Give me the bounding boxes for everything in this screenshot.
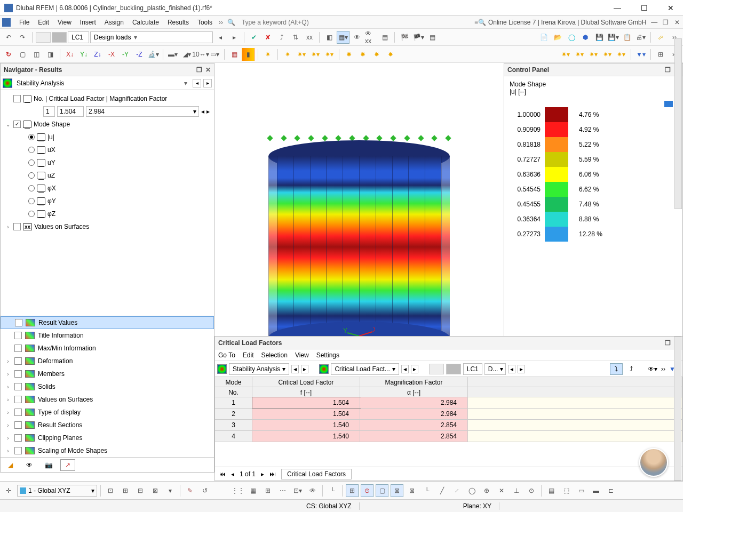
tool-cross-icon[interactable]: ✘: [261, 31, 274, 44]
checkbox[interactable]: [14, 434, 22, 442]
close-button[interactable]: ✕: [663, 4, 679, 12]
tool2-refresh-icon[interactable]: ↻: [2, 48, 15, 61]
cp-detach-icon[interactable]: ❐: [665, 66, 671, 74]
tool-eye-icon[interactable]: 👁: [351, 31, 363, 44]
tool2-box3-icon[interactable]: ◨: [44, 48, 57, 61]
cell-a[interactable]: 2.984: [360, 409, 468, 419]
clf-next1[interactable]: ▸: [301, 365, 308, 373]
menu-assign[interactable]: Assign: [100, 19, 128, 26]
expand-icon[interactable]: ›: [5, 371, 11, 377]
tool-cube-icon[interactable]: ⬢: [579, 31, 592, 44]
tool2-y-icon[interactable]: Y↓: [77, 48, 90, 61]
tool2-grad-icon[interactable]: ▮: [242, 48, 255, 61]
checkbox[interactable]: [14, 383, 22, 390]
checkbox[interactable]: [14, 345, 22, 352]
tool2-s8-icon[interactable]: ✸: [370, 48, 383, 61]
clf-tab[interactable]: Critical Load Factors: [281, 469, 352, 479]
radio[interactable]: [28, 134, 35, 140]
page-prev-icon[interactable]: ◂: [231, 470, 234, 478]
menu-edit[interactable]: Edit: [34, 19, 53, 26]
clf-menu-settings[interactable]: Settings: [316, 351, 339, 359]
navigator-close-icon[interactable]: ✕: [205, 66, 211, 74]
nav-bottom-item[interactable]: ›Values on Surfaces: [1, 393, 214, 406]
th-a[interactable]: Magnification Factor: [360, 377, 468, 387]
table-row[interactable]: 31.5402.854: [215, 420, 682, 431]
clf-next3[interactable]: ▸: [518, 365, 525, 373]
nav-tab-2[interactable]: 👁: [22, 459, 37, 471]
expand-icon[interactable]: ›: [5, 397, 11, 403]
bt-16[interactable]: ▭: [575, 484, 587, 497]
checkbox[interactable]: [14, 409, 22, 416]
checkbox[interactable]: [14, 332, 22, 339]
loadcase-code-combo[interactable]: LC1: [68, 31, 89, 43]
clf-menu-goto[interactable]: Go To: [218, 351, 235, 359]
bt-snap-rect[interactable]: ▢: [376, 484, 388, 497]
tool-cloud-icon[interactable]: ◯: [565, 31, 578, 44]
clf-menu-view[interactable]: View: [295, 351, 309, 359]
tool2-star5-icon[interactable]: ✷▾: [323, 48, 336, 61]
bt-snap-g[interactable]: ✕: [495, 484, 508, 497]
table-row[interactable]: 41.5402.854: [215, 431, 682, 442]
color-swatch-2[interactable]: [52, 32, 67, 43]
menu-tools[interactable]: Tools: [193, 19, 217, 26]
menu-overflow-icon[interactable]: ››: [217, 19, 225, 26]
cell-a[interactable]: 2.854: [360, 420, 468, 430]
tool2-star3-icon[interactable]: ✷▾: [295, 48, 308, 61]
bt-11[interactable]: ⋯: [276, 484, 289, 497]
clf-tool-link1[interactable]: ⤵: [610, 363, 623, 375]
cell-a[interactable]: 2.984: [360, 397, 468, 408]
nav-tab-4[interactable]: ↗: [60, 459, 75, 471]
tool2-s7-icon[interactable]: ✸: [356, 48, 369, 61]
tree-component-row[interactable]: φZ: [1, 207, 214, 220]
tool2-x-icon[interactable]: X↓: [63, 48, 76, 61]
menu-results[interactable]: Results: [163, 19, 193, 26]
nav-bottom-item[interactable]: Result Values: [1, 316, 214, 329]
bt-7[interactable]: ↺: [198, 484, 211, 497]
menu-file[interactable]: File: [15, 19, 34, 26]
navigator-type-icon[interactable]: [3, 78, 12, 88]
table-row[interactable]: 11.5042.984: [215, 397, 682, 409]
tree-row-values-surfaces[interactable]: › xx Values on Surfaces: [1, 220, 214, 233]
menu-insert[interactable]: Insert: [76, 19, 100, 26]
doc-close-button[interactable]: ✕: [673, 19, 681, 26]
tool2-grid-icon[interactable]: ⊞: [654, 48, 667, 61]
tool2-z-icon[interactable]: Z↓: [91, 48, 104, 61]
checkbox[interactable]: [13, 95, 21, 102]
cell-no[interactable]: 3: [215, 420, 252, 430]
page-first-icon[interactable]: ⏮: [219, 470, 226, 478]
combo-next[interactable]: ▸: [206, 108, 210, 115]
tool2-p4-icon[interactable]: ▭▾: [208, 48, 221, 61]
tool-open-icon[interactable]: 📂: [551, 31, 564, 44]
clf-menu-selection[interactable]: Selection: [261, 351, 288, 359]
maximize-button[interactable]: ☐: [636, 4, 652, 12]
bt-snap-d[interactable]: ⟋: [450, 484, 463, 497]
bt-snap-h[interactable]: ⊥: [510, 484, 523, 497]
tool2-nx-icon[interactable]: -X: [105, 48, 118, 61]
bt-18[interactable]: ⊏: [605, 484, 617, 497]
tool2-s9-icon[interactable]: ✸: [384, 48, 397, 61]
clf-lc-code[interactable]: LC1: [463, 363, 482, 375]
tool-a-icon[interactable]: ⤴: [275, 31, 288, 44]
bt-4[interactable]: ⊠: [149, 484, 162, 497]
radio[interactable]: [28, 147, 35, 153]
tool-report-icon[interactable]: 📋: [621, 31, 633, 44]
bt-snap-magnet[interactable]: ⊙: [361, 484, 374, 497]
tool2-star4-icon[interactable]: ✷▾: [309, 48, 322, 61]
tree-component-row[interactable]: φX: [1, 182, 214, 195]
search-input[interactable]: [240, 18, 389, 27]
color-swatch-1[interactable]: [36, 32, 51, 43]
radio[interactable]: [28, 159, 35, 166]
nav-tab-1[interactable]: ◢: [3, 459, 18, 471]
tool2-p2-icon[interactable]: ◢▾: [180, 48, 193, 61]
th-f-unit[interactable]: f [--]: [252, 387, 360, 397]
clf-menu-edit[interactable]: Edit: [243, 351, 254, 359]
bt-snap-e[interactable]: ◯: [465, 484, 478, 497]
tool2-box2-icon[interactable]: ◫: [30, 48, 43, 61]
bt-5[interactable]: ▾: [164, 484, 177, 497]
nav-bottom-item[interactable]: Title Information: [1, 329, 214, 342]
nav-bottom-item[interactable]: Max/Min Information: [1, 342, 214, 355]
cp-scrollbar[interactable]: [674, 38, 682, 209]
bt-17[interactable]: ▬: [590, 484, 602, 497]
tool2-filter-icon[interactable]: ▼▾: [634, 48, 647, 61]
checkbox[interactable]: [14, 421, 22, 429]
